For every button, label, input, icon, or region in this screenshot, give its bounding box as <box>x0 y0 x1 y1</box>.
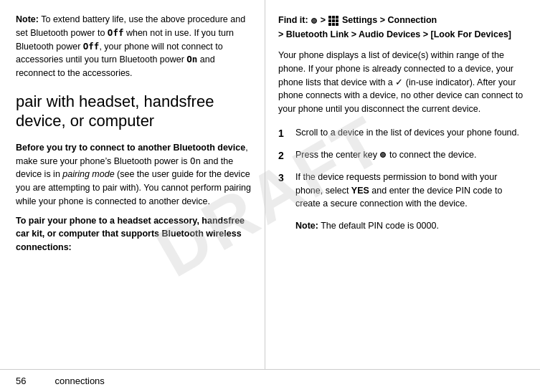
center-key-icon-2 <box>380 152 386 158</box>
list-2-text: Press the center key <box>295 150 379 160</box>
find-it-arrow4: > <box>351 29 359 39</box>
bold-para-1-italic: pairing mode <box>62 169 114 179</box>
note-label: Note: <box>16 14 39 24</box>
list-2-text2: to connect the device. <box>389 150 477 160</box>
bold-para-1-on: On <box>190 156 201 166</box>
list-content-2: Press the center key to connect the devi… <box>295 148 527 162</box>
find-it-audio-devices: Audio Devices <box>359 29 420 39</box>
find-it-arrow1: > <box>321 15 328 25</box>
list-content-1: Scroll to a device in the list of device… <box>295 126 527 140</box>
find-it-arrow3: > <box>278 29 286 39</box>
section-heading: pair with headset, handsfree device, or … <box>16 92 252 131</box>
find-it-connection: Connection <box>387 15 437 25</box>
find-it-bluetooth-link: Bluetooth Link <box>286 29 349 39</box>
bold-para-1: Before you try to connect to another Blu… <box>16 141 252 209</box>
list-num-3: 3 <box>278 171 295 186</box>
note-bottom-text: The default PIN code is 0000. <box>318 221 439 231</box>
list-content-3: If the device requests permission to bon… <box>295 171 527 211</box>
list-3-yes: YES <box>351 186 369 196</box>
find-it-arrow2: > <box>380 15 388 25</box>
right-column: Find it: > Settings > Connection > Bluet… <box>265 0 540 392</box>
bold-para-1-bold: Before you try to connect to another Blu… <box>16 143 245 153</box>
bold-para-2-text: To pair your phone to a headset accessor… <box>16 216 245 253</box>
note-block-top: Note: To extend battery life, use the ab… <box>16 13 252 80</box>
connections-label: connections <box>55 376 104 386</box>
page-container: DRAFT Note: To extend battery life, use … <box>0 0 540 392</box>
list-item: 2 Press the center key to connect the de… <box>278 148 527 163</box>
desc-para: Your phone displays a list of device(s) … <box>278 49 527 116</box>
center-key-icon <box>311 18 317 24</box>
find-it-label: Find it: <box>278 15 308 25</box>
off-label-2: Off <box>83 41 100 52</box>
find-it-settings: Settings <box>342 15 377 25</box>
bold-para-2: To pair your phone to a headset accessor… <box>16 214 252 254</box>
list-item: 1 Scroll to a device in the list of devi… <box>278 126 527 141</box>
find-it-arrow5: > <box>423 29 431 39</box>
on-label: On <box>186 54 197 64</box>
list-item: 3 If the device requests permission to b… <box>278 171 527 211</box>
page-number: 56 <box>16 376 26 386</box>
note-bottom: Note: The default PIN code is 0000. <box>295 219 527 233</box>
off-label-1: Off <box>108 27 124 38</box>
numbered-list: 1 Scroll to a device in the list of devi… <box>278 126 527 211</box>
note-bottom-label: Note: <box>295 221 318 231</box>
list-num-1: 1 <box>278 126 295 141</box>
find-it-bullet-icon <box>311 15 320 25</box>
left-column: Note: To extend battery life, use the ab… <box>0 0 265 392</box>
find-it-block: Find it: > Settings > Connection > Bluet… <box>278 13 527 42</box>
bottom-bar: 56 connections <box>0 369 540 392</box>
list-num-2: 2 <box>278 148 295 163</box>
find-it-look-for: [Look For Devices] <box>430 29 511 39</box>
settings-grid-icon <box>328 16 338 26</box>
